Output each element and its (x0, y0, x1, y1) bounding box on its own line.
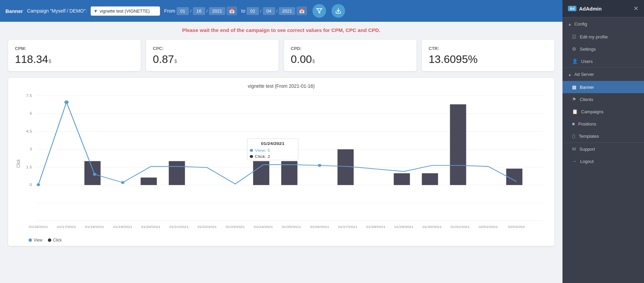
sidebar-section-adserver: ▲ Ad Server ▩ Banner ⚑ Clients 📋 Campaig… (562, 67, 644, 143)
svg-text:3: 3 (30, 147, 32, 151)
chart-svg: 7.5 6 4.5 3 1.5 0 Click (15, 92, 548, 235)
metric-label-cpm: CPM: (15, 46, 134, 51)
bar-01-30 (450, 104, 466, 185)
svg-text:01/27/2021: 01/27/2021 (338, 225, 357, 229)
svg-text:4.5: 4.5 (26, 130, 32, 133)
config-section-header[interactable]: ▲ Config (562, 17, 644, 31)
sidebar-item-support-label: Support (579, 147, 595, 152)
filter-icon: ▼ (93, 9, 98, 14)
legend-click: Click (48, 238, 62, 243)
positions-icon: ■ (572, 121, 575, 127)
metric-value-cpm: 118.34$ (15, 53, 134, 66)
svg-text:01/18/2021: 01/18/2021 (85, 225, 104, 229)
filter-button[interactable] (312, 4, 326, 18)
sidebar-close-button[interactable]: ✕ (633, 5, 639, 12)
sidebar-item-positions[interactable]: ■ Positions (562, 118, 644, 130)
to-year-input[interactable] (279, 7, 295, 15)
sidebar-item-settings[interactable]: ⚙ Settings (562, 43, 644, 55)
tooltip-view-dot (250, 149, 253, 152)
sidebar-item-positions-label: Positions (578, 121, 596, 127)
edit-profile-icon: ☷ (572, 34, 576, 39)
chart-title: vignette test (From 2021-01-16) (15, 83, 548, 89)
svg-text:01/17/2021: 01/17/2021 (57, 225, 76, 229)
campaign-label: Campaign "Myself / DEMO": (27, 8, 87, 14)
sidebar-item-support[interactable]: ✉ Support (562, 143, 644, 155)
from-calendar-button[interactable]: 📅 (227, 6, 237, 15)
metric-value-ctr: 13.6095% (429, 53, 548, 66)
from-year-input[interactable] (209, 7, 225, 15)
download-button[interactable] (332, 4, 345, 18)
svg-text:01/20/2021: 01/20/2021 (141, 225, 161, 229)
svg-text:01/31/2021: 01/31/2021 (451, 225, 470, 229)
adserver-label: Ad Server (574, 72, 594, 77)
header-bar: Banner Campaign "Myself / DEMO": ▼ vigne… (0, 0, 562, 22)
bar-01-29 (422, 173, 438, 185)
sidebar-item-edit-profile[interactable]: ☷ Edit my profile (562, 31, 644, 43)
sidebar-item-banner-label: Banner (580, 85, 594, 90)
svg-text:0: 0 (30, 183, 32, 187)
sidebar-item-users[interactable]: 👤 Users (562, 55, 644, 67)
sidebar-item-campaigns[interactable]: 📋 Campaigns (562, 105, 644, 118)
to-day-input[interactable] (263, 7, 275, 15)
svg-text:02/01/2021: 02/01/2021 (479, 225, 498, 229)
metric-card-cpm: CPM: 118.34$ (8, 40, 141, 71)
sidebar-item-logout-label: Logout (580, 159, 594, 164)
settings-icon: ⚙ (572, 46, 576, 52)
sidebar-app-name: Ad AdAdmin (568, 6, 602, 12)
from-day-input[interactable] (193, 7, 205, 15)
templates-icon: 〈〉 (572, 133, 575, 139)
metric-card-cpc: CPC: 0.87$ (146, 40, 279, 71)
chart-legend: View Click (15, 238, 548, 243)
config-label: Config (574, 21, 587, 27)
to-label: to (241, 8, 245, 14)
from-month-input[interactable] (177, 7, 189, 15)
svg-text:01/19/2021: 01/19/2021 (113, 225, 132, 229)
sidebar-item-clients[interactable]: ⚑ Clients (562, 93, 644, 105)
campaign-select[interactable]: vignette test (VIGNETTE) (91, 6, 160, 16)
sidebar-item-templates[interactable]: 〈〉 Templates (562, 130, 644, 143)
to-calendar-button[interactable]: 📅 (297, 6, 307, 15)
tooltip-date: 01/24/2021 (261, 142, 284, 146)
metric-card-ctr: CTR: 13.6095% (422, 40, 554, 71)
sidebar-item-banner[interactable]: ▩ Banner (562, 81, 644, 93)
svg-text:01/24/2021: 01/24/2021 (254, 225, 273, 229)
tooltip-click-dot (250, 155, 253, 158)
svg-text:01/30/2021: 01/30/2021 (423, 225, 442, 229)
svg-text:01/22/2021: 01/22/2021 (197, 225, 217, 229)
bar-01-28 (394, 173, 410, 185)
clients-icon: ⚑ (572, 97, 576, 102)
users-icon: 👤 (572, 59, 578, 64)
svg-text:Click: Click (16, 159, 21, 168)
sidebar-item-users-label: Users (581, 59, 593, 64)
campaign-select-wrapper: ▼ vignette test (VIGNETTE) (91, 6, 160, 16)
breadcrumb: Banner (5, 8, 23, 14)
svg-text:01/26/2021: 01/26/2021 (310, 225, 329, 229)
date-to-section: to / / 📅 (241, 6, 307, 15)
sidebar-item-campaigns-label: Campaigns (581, 109, 604, 114)
bar-01-21 (169, 161, 185, 185)
view-dot-4 (121, 181, 124, 184)
adserver-section-header[interactable]: ▲ Ad Server (562, 68, 644, 81)
view-dot-5 (318, 164, 321, 167)
sidebar-section-config: ▲ Config ☷ Edit my profile ⚙ Settings 👤 … (562, 17, 644, 67)
bar-01-27 (338, 149, 354, 185)
config-chevron-icon: ▲ (568, 22, 572, 26)
sidebar-item-logout[interactable]: → Logout (562, 155, 644, 167)
to-month-input[interactable] (247, 7, 259, 15)
tooltip-click-text: Click: 2 (255, 154, 270, 159)
legend-view: View (29, 238, 42, 243)
metrics-row: CPM: 118.34$ CPC: 0.87$ CPD: 0.00$ (8, 40, 554, 71)
legend-view-label: View (34, 238, 42, 243)
metric-label-cpc: CPC: (153, 46, 272, 51)
banner-icon: ▩ (572, 84, 576, 90)
svg-text:01/16/2021: 01/16/2021 (29, 225, 48, 229)
sidebar-item-templates-label: Templates (579, 134, 599, 139)
legend-click-dot (48, 238, 51, 242)
tooltip-view-text: View: 5 (255, 148, 270, 153)
bar-02-01 (506, 169, 522, 185)
metric-value-cpd: 0.00$ (291, 53, 410, 66)
svg-text:1.5: 1.5 (26, 165, 32, 169)
sidebar-item-clients-label: Clients (580, 97, 593, 102)
svg-text:01/21/2021: 01/21/2021 (169, 225, 189, 229)
bar-01-20 (141, 178, 157, 185)
